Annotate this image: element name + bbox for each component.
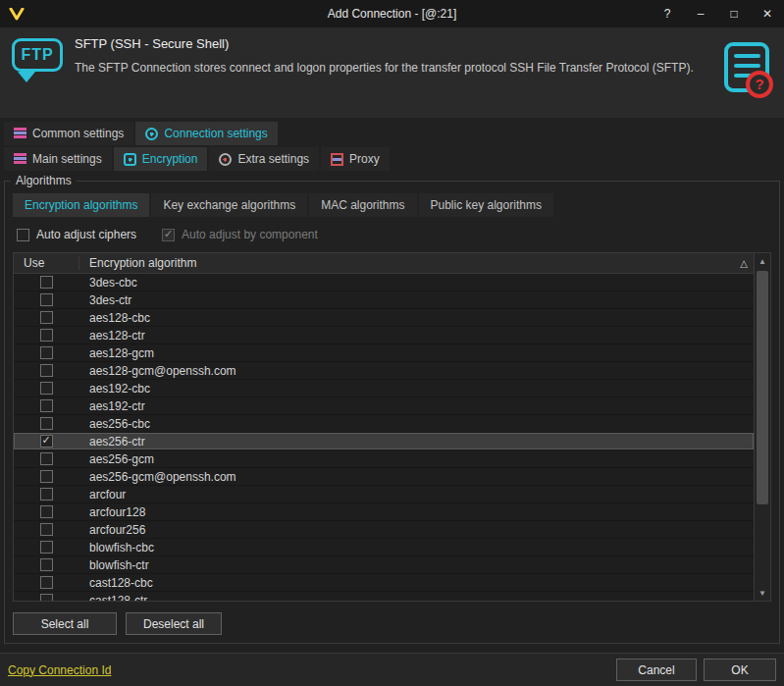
use-cell <box>14 364 78 377</box>
table-row[interactable]: 3des-cbc <box>14 274 754 291</box>
checkbox-box[interactable] <box>17 229 29 241</box>
close-button[interactable]: ✕ <box>751 0 784 27</box>
copy-connection-id-link[interactable]: Copy Connection Id <box>8 663 111 677</box>
minimize-button[interactable]: – <box>684 0 717 27</box>
row-checkbox[interactable] <box>40 417 53 430</box>
option-checkbox[interactable]: Auto adjust by component <box>162 228 318 241</box>
tab[interactable]: Connection settings <box>135 122 277 145</box>
column-header-use[interactable]: Use <box>14 256 78 270</box>
row-checkbox[interactable] <box>40 452 53 465</box>
algorithm-name: aes128-gcm@openssh.com <box>78 364 754 378</box>
table-row[interactable]: aes128-gcm@openssh.com <box>14 362 754 380</box>
row-checkbox[interactable] <box>40 541 53 554</box>
algorithms-group: Algorithms Encryption algorithms Key exc… <box>4 181 780 644</box>
row-checkbox[interactable] <box>40 382 53 395</box>
ftp-badge-label: FTP <box>12 38 62 72</box>
algorithm-tab[interactable]: Encryption algorithms <box>13 193 149 217</box>
row-checkbox[interactable] <box>40 523 53 536</box>
table-row[interactable]: aes256-gcm <box>14 450 754 468</box>
algorithm-name: blowfish-cbc <box>78 541 754 554</box>
group-label: Algorithms <box>11 174 77 187</box>
tab[interactable]: Main settings <box>4 147 112 171</box>
window-controls: ? – □ ✕ <box>651 0 784 27</box>
row-checkbox[interactable] <box>40 399 53 412</box>
row-checkbox[interactable] <box>40 470 53 483</box>
algorithm-table-body: 3des-cbc 3des-ctr aes128-cbc aes128-ctr … <box>14 274 754 601</box>
algorithm-tab[interactable]: Key exchange algorithms <box>151 193 307 217</box>
scroll-up-icon[interactable]: ▲ <box>755 253 770 269</box>
algorithm-tab[interactable]: MAC algorithms <box>309 193 416 217</box>
tab[interactable]: Encryption <box>114 147 208 171</box>
help-button[interactable]: ? <box>651 0 684 27</box>
tab[interactable]: Proxy <box>321 147 390 171</box>
use-cell <box>14 470 78 483</box>
row-checkbox[interactable] <box>40 576 53 589</box>
row-checkbox[interactable] <box>40 364 53 377</box>
sort-ascending-icon: △ <box>740 258 748 269</box>
row-checkbox[interactable] <box>40 276 53 289</box>
table-row[interactable]: cast128-cbc <box>14 574 754 592</box>
use-cell <box>14 523 78 536</box>
use-cell <box>14 329 78 342</box>
row-checkbox[interactable] <box>40 346 53 359</box>
table-row[interactable]: arcfour <box>14 486 754 503</box>
table-row[interactable]: aes256-cbc <box>14 415 754 433</box>
table-row[interactable]: aes128-gcm <box>14 344 754 362</box>
cancel-button[interactable]: Cancel <box>616 659 697 681</box>
algorithm-name: aes256-gcm@openssh.com <box>78 470 754 484</box>
list-buttons: Select all Deselect all <box>13 612 771 635</box>
row-checkbox[interactable] <box>40 293 53 306</box>
checkbox-label: Auto adjust ciphers <box>36 228 136 241</box>
document-question-icon: ? <box>719 41 774 103</box>
scrollbar-thumb[interactable] <box>757 271 768 504</box>
algorithm-name: aes256-cbc <box>78 417 754 431</box>
algorithm-name: aes128-gcm <box>78 346 754 360</box>
use-cell <box>14 293 78 306</box>
row-checkbox[interactable] <box>40 594 53 601</box>
tab-label: Common settings <box>32 127 124 140</box>
algorithm-name: 3des-ctr <box>78 293 754 307</box>
row-checkbox[interactable] <box>40 505 53 518</box>
option-checkbox[interactable]: Auto adjust ciphers <box>17 228 136 241</box>
algorithm-table: Use Encryption algorithm △ 3des-cbc 3des… <box>13 252 771 602</box>
algorithm-tab[interactable]: Public key algorithms <box>419 193 553 217</box>
sliders-icon <box>14 128 26 140</box>
table-row[interactable]: aes128-ctr <box>14 327 754 344</box>
algorithm-name: aes256-gcm <box>78 452 754 466</box>
tab[interactable]: Common settings <box>4 122 133 145</box>
table-row[interactable]: aes192-ctr <box>14 397 754 415</box>
deselect-all-button[interactable]: Deselect all <box>126 612 222 635</box>
tab[interactable]: Extra settings <box>209 147 319 171</box>
table-row[interactable]: 3des-ctr <box>14 291 754 309</box>
row-checkbox[interactable] <box>40 311 53 324</box>
row-checkbox[interactable] <box>40 558 53 571</box>
algorithm-name: arcfour128 <box>78 505 754 519</box>
plug-icon <box>145 128 158 140</box>
select-all-button[interactable]: Select all <box>13 612 117 635</box>
app-logo-icon <box>9 8 25 21</box>
maximize-button[interactable]: □ <box>717 0 751 27</box>
checkbox-box[interactable] <box>162 229 175 241</box>
column-header-algorithm-label: Encryption algorithm <box>89 256 196 270</box>
row-checkbox[interactable] <box>40 329 53 342</box>
algorithm-name: aes256-ctr <box>78 435 754 449</box>
use-cell <box>14 382 78 395</box>
table-row[interactable]: aes256-ctr <box>14 433 754 450</box>
row-checkbox[interactable] <box>40 488 53 501</box>
table-row[interactable]: blowfish-ctr <box>14 556 754 574</box>
table-row[interactable]: blowfish-cbc <box>14 539 754 556</box>
ok-button[interactable]: OK <box>704 659 776 681</box>
table-row[interactable]: arcfour256 <box>14 521 754 539</box>
row-checkbox[interactable] <box>40 435 53 448</box>
table-row[interactable]: aes256-gcm@openssh.com <box>14 468 754 486</box>
scroll-down-icon[interactable]: ▼ <box>755 585 770 601</box>
vertical-scrollbar[interactable]: ▲ ▼ <box>754 253 770 601</box>
table-row[interactable]: cast128-ctr <box>14 592 754 601</box>
table-row[interactable]: aes192-cbc <box>14 380 754 397</box>
table-row[interactable]: arcfour128 <box>14 503 754 521</box>
table-row[interactable]: aes128-cbc <box>14 309 754 327</box>
algorithm-name: aes128-cbc <box>78 311 754 325</box>
gear-icon <box>219 153 232 166</box>
column-header-algorithm[interactable]: Encryption algorithm △ <box>78 256 754 270</box>
table-main: Use Encryption algorithm △ 3des-cbc 3des… <box>14 253 754 601</box>
